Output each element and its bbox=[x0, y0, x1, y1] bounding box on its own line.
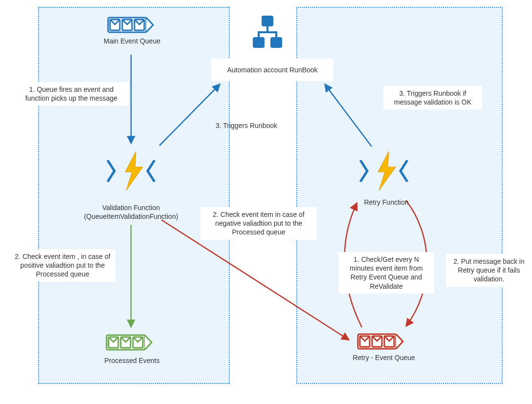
note-triggers-runbook: 3. Triggers Runbook bbox=[203, 118, 289, 133]
label-validation-fn: Validation Function (QueueItemValidation… bbox=[78, 203, 184, 221]
note-retry-back: 2. Put message back in Retry queue if it… bbox=[446, 254, 532, 287]
note-center-negative: 2. Check event item in case of negative … bbox=[200, 207, 317, 240]
svg-rect-7 bbox=[270, 37, 282, 48]
note-left-1: 1. Queue fires an event and function pic… bbox=[14, 82, 129, 106]
note-right-trigger: 3. Triggers Runbook if message validatio… bbox=[383, 86, 482, 109]
label-retry-queue: Retry - Event Queue bbox=[337, 354, 430, 361]
note-retry-check: 1. Check/Get every N minutes event item … bbox=[338, 252, 434, 294]
label-processed: Processed Events bbox=[93, 357, 171, 364]
diagram-canvas: Main Event Queue Automation account RunB… bbox=[0, 0, 532, 404]
svg-rect-6 bbox=[253, 37, 265, 48]
note-left-2: 2. Check event item , in case of positiv… bbox=[10, 249, 115, 282]
label-runbook: Automation account RunBook bbox=[211, 59, 333, 81]
label-validation-fn-line2: (QueueItemValidationFunction) bbox=[84, 213, 178, 220]
svg-rect-5 bbox=[262, 16, 273, 26]
label-validation-fn-line1: Validation Function bbox=[102, 204, 160, 212]
label-retry-fn: Retry Function bbox=[347, 198, 425, 206]
hierarchy-icon bbox=[253, 16, 282, 48]
region-left bbox=[38, 7, 230, 384]
label-main-queue: Main Event Queue bbox=[93, 37, 171, 45]
